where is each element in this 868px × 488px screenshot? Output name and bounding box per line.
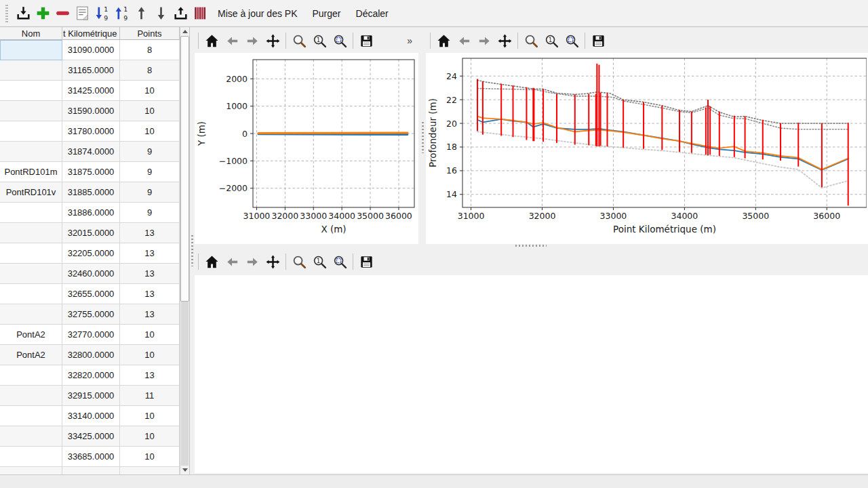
points-cell[interactable]: 10 bbox=[120, 325, 180, 345]
pk-cell[interactable]: 31780.0000 bbox=[62, 121, 120, 142]
xy-plot[interactable]: 310003200033000340003500036000−2000−1000… bbox=[195, 53, 418, 243]
move-down-button[interactable] bbox=[151, 3, 171, 24]
points-cell[interactable]: 10 bbox=[120, 426, 180, 447]
points-cell[interactable]: 10 bbox=[120, 121, 180, 142]
toolbar-overflow-button[interactable]: » bbox=[407, 35, 412, 46]
scroll-down-button[interactable] bbox=[180, 466, 189, 474]
forward-button[interactable] bbox=[242, 251, 262, 272]
pk-cell[interactable]: 31165.0000 bbox=[62, 60, 120, 81]
pan-button[interactable] bbox=[494, 30, 515, 51]
points-cell[interactable]: 8 bbox=[120, 60, 180, 81]
points-cell[interactable]: 11 bbox=[120, 386, 180, 406]
home-button[interactable] bbox=[201, 30, 222, 51]
profile-plot-canvas[interactable]: 3100032000330003400035000360001416182022… bbox=[426, 53, 868, 244]
points-cell[interactable]: 9 bbox=[120, 142, 180, 162]
nom-cell[interactable]: PontRD101v bbox=[0, 182, 62, 203]
points-cell[interactable]: 13 bbox=[120, 223, 180, 243]
back-button[interactable] bbox=[454, 30, 474, 51]
pk-cell[interactable]: 31885.0000 bbox=[62, 182, 120, 203]
move-up-button[interactable] bbox=[132, 3, 151, 24]
nom-cell[interactable] bbox=[0, 447, 62, 467]
sort-descending-button[interactable] bbox=[92, 3, 112, 24]
points-cell[interactable]: 13 bbox=[120, 304, 180, 325]
splitter-handle[interactable] bbox=[191, 235, 193, 266]
pk-cell[interactable]: 32755.0000 bbox=[62, 304, 120, 325]
scrollbar-groove[interactable] bbox=[181, 302, 189, 466]
nom-cell[interactable] bbox=[0, 386, 62, 406]
profile-stripes-button[interactable] bbox=[191, 3, 210, 24]
nom-cell[interactable] bbox=[0, 365, 62, 386]
back-button[interactable] bbox=[222, 251, 242, 272]
shift-button[interactable]: Décaler bbox=[349, 3, 396, 24]
pk-cell[interactable]: 31875.0000 bbox=[62, 162, 120, 182]
save-button[interactable] bbox=[588, 30, 608, 51]
pk-cell[interactable]: 31425.0000 bbox=[62, 81, 120, 101]
notes-button[interactable] bbox=[73, 3, 92, 24]
zoom-selection-button[interactable] bbox=[561, 30, 582, 51]
save-button[interactable] bbox=[356, 251, 376, 272]
pk-cell[interactable]: 33685.0000 bbox=[62, 447, 120, 467]
nom-cell[interactable] bbox=[0, 467, 62, 474]
pk-cell[interactable]: 32655.0000 bbox=[62, 284, 120, 304]
pk-cell[interactable]: 33425.0000 bbox=[62, 426, 120, 447]
plots-splitter[interactable] bbox=[419, 27, 426, 248]
nom-cell[interactable] bbox=[0, 284, 62, 304]
points-cell[interactable]: 10 bbox=[120, 447, 180, 467]
nom-cell[interactable]: PontA2 bbox=[0, 325, 62, 345]
zoom-button[interactable] bbox=[289, 30, 309, 51]
column-header-pk[interactable]: t Kilométrique bbox=[62, 27, 120, 39]
pk-cell[interactable]: 31590.0000 bbox=[62, 101, 120, 121]
zoom-selection-button[interactable] bbox=[330, 30, 350, 51]
column-header-points[interactable]: Points bbox=[120, 27, 180, 39]
pk-cell[interactable]: 32460.0000 bbox=[62, 264, 120, 284]
purge-button[interactable]: Purger bbox=[305, 3, 349, 24]
nom-cell[interactable] bbox=[0, 121, 62, 142]
forward-button[interactable] bbox=[242, 30, 262, 51]
back-button[interactable] bbox=[222, 30, 242, 51]
forward-button[interactable] bbox=[474, 30, 494, 51]
nom-cell[interactable] bbox=[0, 142, 62, 162]
sort-ascending-button[interactable] bbox=[112, 3, 132, 24]
zoom-one-button[interactable] bbox=[541, 30, 561, 51]
zoom-button[interactable] bbox=[289, 251, 309, 272]
pk-cell[interactable]: 31886.0000 bbox=[62, 203, 120, 223]
toolbar-drag-handle[interactable] bbox=[5, 5, 8, 22]
points-cell[interactable]: 13 bbox=[120, 365, 180, 386]
column-header-nom[interactable]: Nom bbox=[0, 27, 62, 39]
pk-cell[interactable]: 32915.0000 bbox=[62, 386, 120, 406]
zoom-one-button[interactable] bbox=[309, 251, 330, 272]
home-button[interactable] bbox=[433, 30, 454, 51]
pk-cell[interactable]: 32205.0000 bbox=[62, 243, 120, 264]
zoom-button[interactable] bbox=[521, 30, 541, 51]
zoom-one-button[interactable] bbox=[309, 30, 330, 51]
points-cell[interactable]: 10 bbox=[120, 345, 180, 365]
remove-button[interactable] bbox=[53, 3, 73, 24]
splitter-handle[interactable] bbox=[422, 122, 424, 153]
pk-cell[interactable] bbox=[62, 467, 120, 474]
pk-cell[interactable]: 32015.0000 bbox=[62, 223, 120, 243]
pk-cell[interactable]: 32800.0000 bbox=[62, 345, 120, 365]
pan-button[interactable] bbox=[262, 251, 283, 272]
points-cell[interactable]: 10 bbox=[120, 406, 180, 426]
nom-cell[interactable] bbox=[0, 40, 62, 60]
profile-plot[interactable]: 3100032000330003400035000360001416182022… bbox=[426, 53, 867, 243]
nom-cell[interactable]: PontA2 bbox=[0, 345, 62, 365]
nom-cell[interactable] bbox=[0, 203, 62, 223]
nom-cell[interactable] bbox=[0, 406, 62, 426]
nom-cell[interactable]: PontRD101m bbox=[0, 162, 62, 182]
points-cell[interactable]: 13 bbox=[120, 243, 180, 264]
home-button[interactable] bbox=[201, 251, 222, 272]
export-button[interactable] bbox=[171, 3, 191, 24]
pk-cell[interactable]: 32770.0000 bbox=[62, 325, 120, 345]
xy-plot-canvas[interactable]: 310003200033000340003500036000−2000−1000… bbox=[195, 53, 418, 244]
pk-cell[interactable]: 33140.0000 bbox=[62, 406, 120, 426]
scroll-up-button[interactable] bbox=[180, 27, 189, 36]
bottom-plot-canvas[interactable] bbox=[195, 275, 868, 473]
table-scrollbar[interactable] bbox=[180, 27, 189, 474]
points-cell[interactable] bbox=[120, 467, 180, 474]
nom-cell[interactable] bbox=[0, 264, 62, 284]
import-button[interactable] bbox=[14, 3, 33, 24]
points-cell[interactable]: 8 bbox=[120, 40, 180, 60]
points-cell[interactable]: 9 bbox=[120, 203, 180, 223]
pk-cell[interactable]: 31090.0000 bbox=[62, 40, 120, 60]
